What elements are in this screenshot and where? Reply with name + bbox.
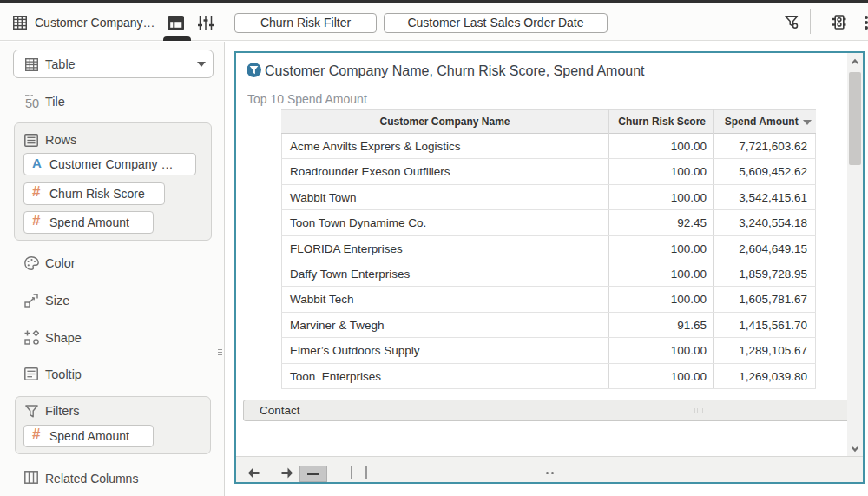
svg-text:50: 50 [25, 96, 39, 109]
